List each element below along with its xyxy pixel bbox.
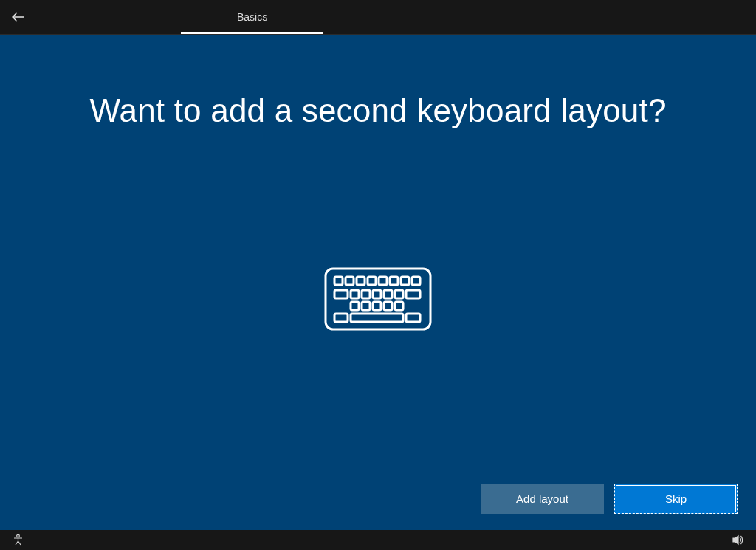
svg-rect-2 [346, 277, 354, 285]
svg-rect-15 [406, 290, 420, 298]
keyboard-icon [323, 266, 433, 335]
volume-icon [732, 534, 744, 546]
back-arrow-icon [11, 10, 26, 24]
add-layout-label: Add layout [516, 492, 568, 505]
svg-rect-18 [373, 302, 381, 310]
accessibility-button[interactable] [12, 534, 24, 546]
svg-rect-17 [362, 302, 370, 310]
svg-rect-9 [334, 290, 348, 298]
svg-rect-5 [379, 277, 387, 285]
svg-rect-1 [334, 277, 343, 285]
svg-rect-3 [357, 277, 365, 285]
svg-rect-11 [362, 290, 370, 298]
svg-rect-7 [401, 277, 409, 285]
svg-rect-14 [395, 290, 403, 298]
title-bar: Basics [0, 0, 756, 35]
status-bar [0, 530, 756, 550]
svg-rect-8 [412, 277, 420, 285]
tab-strip: Basics [181, 0, 323, 34]
svg-rect-13 [384, 290, 392, 298]
svg-rect-12 [373, 290, 381, 298]
svg-rect-20 [395, 302, 403, 310]
svg-rect-21 [334, 314, 348, 322]
volume-button[interactable] [732, 534, 744, 546]
tab-label: Basics [237, 11, 267, 23]
svg-point-24 [17, 534, 20, 537]
svg-rect-23 [406, 314, 420, 322]
back-button[interactable] [7, 6, 30, 28]
add-layout-button[interactable]: Add layout [481, 484, 604, 514]
action-buttons: Add layout Skip [481, 484, 738, 514]
svg-rect-4 [368, 277, 376, 285]
skip-button[interactable]: Skip [614, 484, 738, 514]
accessibility-icon [12, 534, 24, 546]
svg-rect-22 [351, 314, 403, 322]
svg-rect-10 [351, 290, 359, 298]
skip-label: Skip [665, 492, 687, 505]
page-heading: Want to add a second keyboard layout? [89, 92, 666, 129]
svg-rect-19 [384, 302, 392, 310]
svg-rect-6 [390, 277, 398, 285]
svg-rect-16 [351, 302, 359, 310]
tab-basics[interactable]: Basics [181, 0, 323, 34]
main-content: Want to add a second keyboard layout? [0, 35, 756, 530]
